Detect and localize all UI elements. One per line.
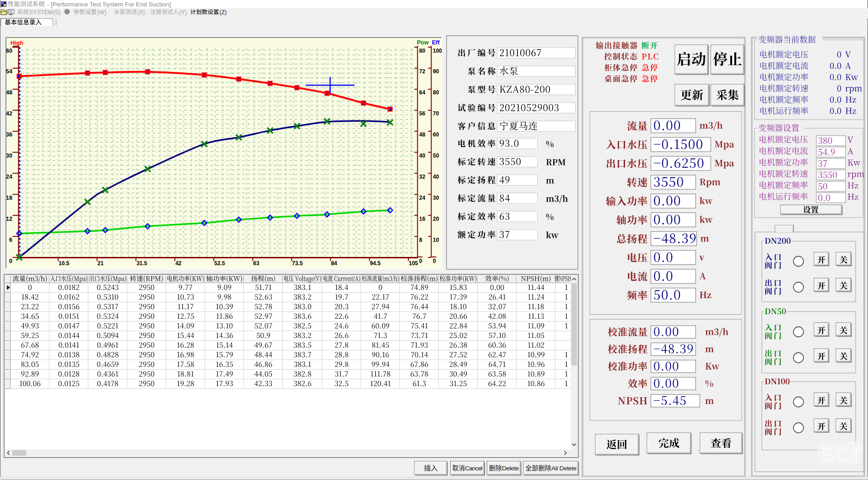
svg-text:6: 6 <box>9 237 12 243</box>
svg-text:52.5: 52.5 <box>214 260 225 267</box>
svg-text:0: 0 <box>433 258 436 264</box>
svg-text:10.5: 10.5 <box>59 260 70 267</box>
svg-text:50: 50 <box>433 153 439 159</box>
svg-text:94.5: 94.5 <box>370 260 381 267</box>
svg-text:Eff: Eff <box>432 39 440 46</box>
svg-text:12: 12 <box>6 216 12 222</box>
svg-text:42: 42 <box>175 260 182 267</box>
svg-text:42: 42 <box>6 110 12 117</box>
svg-text:100: 100 <box>433 48 442 54</box>
svg-text:105: 105 <box>409 260 418 267</box>
svg-text:Pow: Pow <box>417 39 429 46</box>
svg-text:90: 90 <box>433 68 439 75</box>
svg-text:48: 48 <box>419 131 426 138</box>
svg-text:8: 8 <box>419 237 422 243</box>
svg-text:(X): (X) <box>137 9 145 16</box>
svg-text:- [Performance Test System For: - [Performance Test System For End Sucti… <box>47 1 171 8</box>
svg-text:(Y): (Y) <box>179 9 187 16</box>
svg-text:32: 32 <box>419 174 426 180</box>
svg-text:36: 36 <box>6 131 12 138</box>
svg-text:48: 48 <box>6 89 12 96</box>
svg-text:60: 60 <box>433 131 439 138</box>
svg-text:73.5: 73.5 <box>292 260 303 267</box>
svg-text:0: 0 <box>419 258 422 264</box>
svg-text:30: 30 <box>6 153 12 159</box>
svg-text:84: 84 <box>331 260 337 267</box>
svg-text:60: 60 <box>6 48 12 54</box>
svg-text:21: 21 <box>97 260 104 267</box>
svg-text:(W): (W) <box>97 9 106 16</box>
svg-text:63: 63 <box>253 260 259 267</box>
svg-text:Delete: Delete <box>502 465 519 472</box>
svg-text:72: 72 <box>419 68 426 75</box>
svg-text:High: High <box>11 40 23 46</box>
svg-text:20: 20 <box>433 216 439 222</box>
svg-text:SCT: SCT <box>821 443 864 466</box>
svg-text:30: 30 <box>433 195 439 201</box>
svg-text:18: 18 <box>6 195 12 201</box>
svg-text:24: 24 <box>419 195 426 201</box>
svg-text:16: 16 <box>419 216 426 222</box>
svg-text:All Delete: All Delete <box>551 465 577 472</box>
svg-text:24: 24 <box>6 174 12 180</box>
svg-text:SYSTEM(S): SYSTEM(S) <box>29 9 60 16</box>
svg-text:10: 10 <box>433 237 439 243</box>
svg-text:(Z): (Z) <box>220 9 227 16</box>
svg-text:31.5: 31.5 <box>136 260 147 267</box>
svg-text:70: 70 <box>433 110 439 117</box>
svg-text:0: 0 <box>9 258 12 264</box>
svg-text:56: 56 <box>419 110 426 117</box>
svg-text:54: 54 <box>6 68 12 75</box>
svg-text:Cancel: Cancel <box>465 465 483 472</box>
svg-text:64: 64 <box>419 89 426 96</box>
svg-text:80: 80 <box>419 48 426 54</box>
svg-text:40: 40 <box>419 153 426 159</box>
svg-text:80: 80 <box>433 89 439 96</box>
svg-text:40: 40 <box>433 174 439 180</box>
